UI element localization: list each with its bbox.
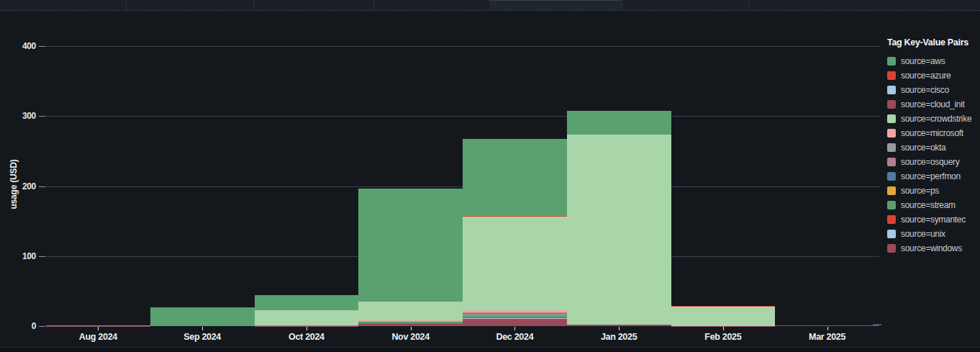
y-tick-label: 200 <box>7 181 36 191</box>
legend-swatch-icon <box>887 86 896 94</box>
legend-item-osquery[interactable]: source=osquery <box>887 155 980 169</box>
bar-segment-crowdstrike[interactable] <box>567 135 671 325</box>
legend-swatch-icon <box>887 100 896 109</box>
legend-item-ps[interactable]: source=ps <box>887 184 980 198</box>
bar-oct-2024[interactable] <box>255 295 359 326</box>
bar-jan-2025[interactable] <box>567 111 671 326</box>
y-tick-mark <box>39 116 45 117</box>
bar-segment-aws[interactable] <box>150 307 255 326</box>
legend-swatch-icon <box>887 215 896 224</box>
legend-item-label: source=cloud_init <box>901 99 965 109</box>
bar-feb-2025[interactable] <box>671 306 776 326</box>
legend-swatch-icon <box>887 201 896 209</box>
legend-swatch-icon <box>887 158 896 166</box>
legend-item-label: source=okta <box>901 143 945 153</box>
legend-item-label: source=stream <box>901 200 956 210</box>
bar-segment-aws[interactable] <box>463 139 567 216</box>
x-tick-label: Dec 2024 <box>463 332 566 342</box>
bar-segment-crowdstrike[interactable] <box>463 217 567 310</box>
legend-item-aws[interactable]: source=aws <box>887 54 980 68</box>
bar-segment-windows[interactable] <box>567 325 671 326</box>
bottom-panel-edge <box>0 347 980 352</box>
x-tick-label: Oct 2024 <box>255 332 358 342</box>
y-tick-label: 400 <box>7 41 36 51</box>
bar-aug-2024[interactable] <box>46 325 150 326</box>
legend-item-cisco[interactable]: source=cisco <box>887 83 980 97</box>
legend-item-windows[interactable]: source=windows <box>887 241 980 256</box>
x-tick-mark <box>619 327 620 330</box>
clipped-next-bar <box>873 324 881 325</box>
usage-stacked-bar-chart: usage (USD) 0100200300400 Aug 2024Sep 20… <box>0 0 886 347</box>
bar-segment-aws[interactable] <box>255 295 359 310</box>
x-tick-label: Aug 2024 <box>46 332 150 342</box>
legend-item-label: source=symantec <box>901 215 966 225</box>
legend-item-microsoft[interactable]: source=microsoft <box>887 126 980 140</box>
y-tick-mark <box>39 326 45 327</box>
bar-segment-windows[interactable] <box>358 324 463 326</box>
gridline-400 <box>46 46 879 47</box>
legend-item-label: source=osquery <box>901 157 960 167</box>
legend-item-label: source=cisco <box>901 85 949 95</box>
bar-segment-windows[interactable] <box>463 319 567 326</box>
legend-item-label: source=ps <box>901 186 939 196</box>
legend-item-label: source=azure <box>901 71 950 81</box>
gridline-300 <box>46 116 879 117</box>
y-tick-label: 0 <box>7 321 36 331</box>
x-tick-mark <box>98 327 99 330</box>
x-tick-mark <box>723 327 724 330</box>
x-tick-mark <box>827 327 828 330</box>
y-tick-label: 100 <box>7 251 36 261</box>
legend-item-label: source=perfmon <box>901 171 961 181</box>
x-tick-label: Sep 2024 <box>150 332 254 342</box>
y-tick-mark <box>39 186 45 187</box>
bar-segment-windows[interactable] <box>775 325 879 326</box>
legend-items: source=awssource=azuresource=ciscosource… <box>887 54 980 256</box>
legend-item-label: source=windows <box>901 243 962 253</box>
legend-swatch-icon <box>887 71 896 80</box>
legend-item-okta[interactable]: source=okta <box>887 140 980 155</box>
legend-item-crowdstrike[interactable]: source=crowdstrike <box>887 112 980 126</box>
bar-dec-2024[interactable] <box>463 139 567 326</box>
bar-segment-crowdstrike[interactable] <box>255 310 359 325</box>
legend-item-label: source=unix <box>901 229 945 239</box>
x-tick-label: Jan 2025 <box>567 332 671 342</box>
legend-item-azure[interactable]: source=azure <box>887 68 980 83</box>
legend-swatch-icon <box>887 172 896 181</box>
x-tick-mark <box>307 327 307 330</box>
legend-item-unix[interactable]: source=unix <box>887 227 980 241</box>
legend-item-label: source=aws <box>901 56 945 66</box>
legend-item-label: source=microsoft <box>901 128 963 138</box>
legend-item-cloud_init[interactable]: source=cloud_init <box>887 97 980 112</box>
x-tick-label: Mar 2025 <box>776 332 879 342</box>
bar-nov-2024[interactable] <box>358 189 463 326</box>
legend-title: Tag Key-Value Pairs <box>887 37 980 48</box>
x-tick-mark <box>411 327 412 330</box>
legend-swatch-icon <box>887 186 896 195</box>
legend-swatch-icon <box>887 230 896 238</box>
legend: Tag Key-Value Pairs source=awssource=azu… <box>887 37 980 256</box>
y-tick-label: 300 <box>7 111 36 121</box>
legend-item-symantec[interactable]: source=symantec <box>887 212 980 227</box>
x-tick-label: Nov 2024 <box>359 332 463 342</box>
legend-swatch-icon <box>887 143 896 152</box>
legend-item-label: source=crowdstrike <box>901 114 971 124</box>
bar-segment-aws[interactable] <box>358 189 463 302</box>
bar-segment-aws[interactable] <box>567 111 671 135</box>
legend-swatch-icon <box>887 57 896 66</box>
x-tick-mark <box>202 327 203 330</box>
y-tick-mark <box>39 256 45 257</box>
bar-mar-2025[interactable] <box>775 325 879 326</box>
bar-sep-2024[interactable] <box>150 307 255 326</box>
legend-item-stream[interactable]: source=stream <box>887 198 980 212</box>
legend-swatch-icon <box>887 244 896 253</box>
bar-segment-crowdstrike[interactable] <box>358 302 463 320</box>
legend-swatch-icon <box>887 114 896 123</box>
x-tick-label: Feb 2025 <box>671 332 775 342</box>
y-tick-mark <box>39 46 45 47</box>
x-tick-mark <box>514 327 515 330</box>
legend-item-perfmon[interactable]: source=perfmon <box>887 169 980 184</box>
bar-segment-crowdstrike[interactable] <box>671 307 776 325</box>
legend-swatch-icon <box>887 129 896 137</box>
